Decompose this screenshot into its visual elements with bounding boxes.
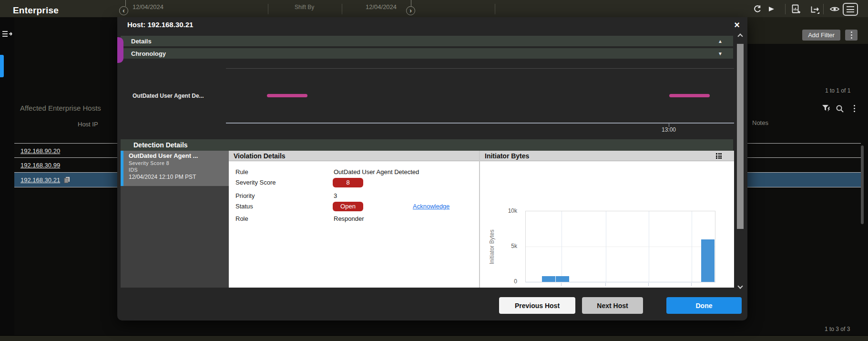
eye-icon[interactable] [829,4,839,14]
axis-tick-label: 13:00 [662,126,676,133]
divider [823,4,824,14]
menu-icon[interactable] [843,3,858,16]
x-axis-tick [605,283,606,286]
table-options-kebab-icon[interactable] [852,104,857,114]
end-date[interactable]: 12/04/2024 [366,3,397,10]
modal-scrollbar [736,32,745,290]
detection-card-selected[interactable]: OutDated User Agent ... Severity Score 8… [121,151,229,186]
ytick-0: 0 [498,278,517,285]
expand-sidebar-icon[interactable] [1,30,13,38]
panel-divider [479,151,480,288]
row-value: Responder [334,215,364,222]
ytick-5k: 5k [498,243,517,249]
violation-row: Priority 3 [235,191,474,201]
table-row: 192.168.90.20 [14,143,117,158]
top-bar: Enterprise ‹ 12/04/2024 Shift By 12/04/2… [0,0,868,17]
detection-list-panel [121,186,229,288]
scrollbar-thumb[interactable] [737,44,744,229]
previous-host-button[interactable]: Previous Host [499,297,575,314]
row-label: Rule [235,168,248,176]
chronology-axis [226,123,734,124]
timeline-tick [411,0,411,6]
host-link[interactable]: 192.168.90.20 [20,147,60,155]
section-chronology[interactable]: Chronology ▼ [121,48,733,59]
x-axis-tick [691,283,692,286]
background-chart-fragment [117,37,123,63]
violation-row: Rule OutDated User Agent Detected [235,167,474,177]
expand-icon: ▼ [718,48,723,59]
detection-details-header: Detection Details [121,139,733,151]
x-axis-tick [561,283,562,286]
row-value: 3 [334,192,337,199]
done-button[interactable]: Done [666,297,742,314]
chronology-top-gridline [226,68,734,69]
severity-badge: 8 [333,178,363,187]
detection-title: OutDated User Agent ... [129,152,229,159]
row-label: Priority [235,192,255,199]
filter-options-kebab-icon[interactable] [845,30,858,41]
timeline-next-button[interactable]: › [406,6,415,15]
row-label: Status [235,203,253,210]
chevron-left-icon: ‹ [123,6,125,14]
initiator-bars [526,211,715,282]
chronology-row-label: OutDated User Agent De... [133,93,204,99]
y-axis-title: Initiator Bytes [489,218,495,276]
row-label: Severity Score [235,179,276,186]
divider [785,4,786,14]
chevron-right-icon: › [409,6,412,14]
affected-hosts-heading: Affected Enterprise Hosts [20,104,101,112]
detection-severity-line: Severity Score 8 [129,160,229,166]
host-ip-column-header: Host IP [78,121,98,128]
filter-bolt-icon[interactable] [822,104,831,113]
row-label: Role [235,215,248,222]
left-sidebar [0,17,14,341]
section-details[interactable]: Details ▲ [121,36,733,47]
app-title: Enterprise [13,5,59,16]
scroll-down-icon[interactable] [737,283,743,289]
host-link[interactable]: 192.168.30.21 [20,176,60,184]
detection-detail-panel: Violation Details Initiator Bytes Rule O… [229,151,734,288]
x-axis-tick [648,283,649,286]
chronology-event-bar[interactable] [669,94,710,97]
pagination-top: 1 to 1 of 1 [825,87,850,94]
table-row: 192.168.30.99 [14,158,117,173]
report-add-icon[interactable] [791,4,800,14]
initiator-bar [542,276,555,282]
table-row-fragment [747,143,861,158]
copy-icon[interactable] [64,176,70,183]
detection-timestamp: 12/04/2024 12:10 PM PST [129,174,229,180]
table-scrollbar[interactable] [861,145,864,224]
export-icon[interactable] [810,4,819,14]
divider [342,4,342,14]
refresh-icon[interactable] [753,4,762,14]
metric-grid-icon[interactable] [716,153,722,159]
initiator-bytes-plot [525,211,715,282]
next-host-button[interactable]: Next Host [582,297,643,314]
modal-title: Host: 192.168.30.21 [127,21,193,29]
host-link[interactable]: 192.168.30.99 [20,162,60,169]
timeline-prev-button[interactable]: ‹ [119,6,128,15]
add-filter-button[interactable]: Add Filter [802,30,840,41]
table-row-fragment-selected [747,173,861,187]
acknowledge-link[interactable]: Acknowledge [413,203,449,210]
chronology-event-bar[interactable] [267,94,307,97]
divider [495,4,495,14]
section-chronology-label: Chronology [131,50,166,57]
scroll-up-icon[interactable] [737,33,743,39]
ytick-10k: 10k [498,207,517,214]
initiator-bytes-header: Initiator Bytes [480,151,734,161]
play-icon[interactable] [769,7,774,11]
start-date[interactable]: 12/04/2024 [133,3,163,10]
page: Enterprise ‹ 12/04/2024 Shift By 12/04/2… [0,0,868,341]
collapse-icon: ▲ [718,36,723,47]
close-icon[interactable]: × [731,19,743,31]
section-details-label: Details [131,38,152,45]
chronology-bars [226,94,734,97]
search-icon[interactable] [836,104,844,113]
bottom-status-strip [0,335,868,341]
row-value: OutDated User Agent Detected [334,168,419,176]
timeline-tick [125,0,126,6]
divider [268,4,268,14]
violation-row: Status Open Acknowledge [235,202,474,211]
detection-type-line: IDS [129,167,229,173]
